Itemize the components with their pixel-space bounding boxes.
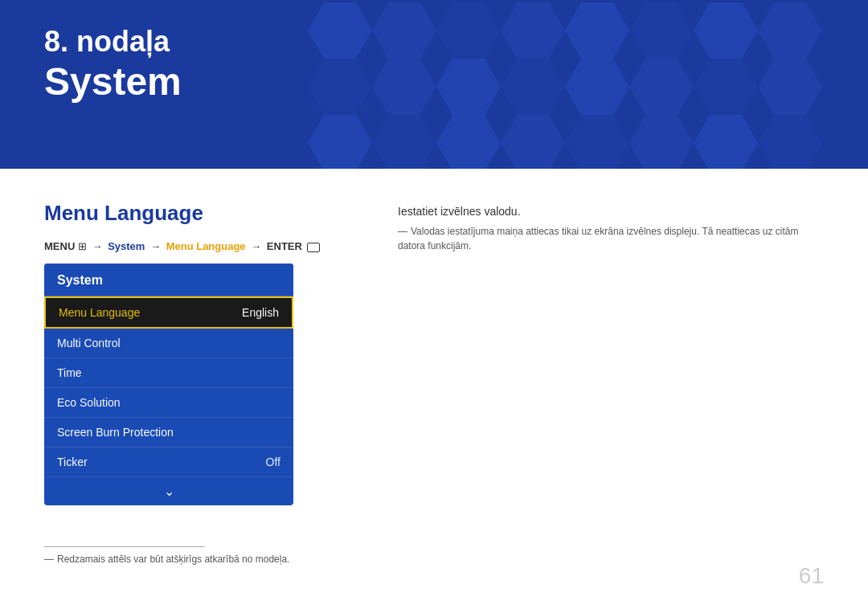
description-main: Iestatiet izvēlnes valodu. bbox=[398, 205, 824, 218]
footer-note: Redzamais attēls var būt atšķirīgs atkar… bbox=[44, 546, 824, 565]
header-text: 8. nodaļa System bbox=[44, 24, 182, 105]
breadcrumb-menu-language: Menu Language bbox=[166, 240, 246, 252]
menu-item-multi-control-label: Multi Control bbox=[57, 337, 121, 349]
chevron-down: ⌄ bbox=[44, 477, 293, 505]
chapter-label: 8. nodaļa bbox=[44, 24, 182, 59]
menu-item-ticker-label: Ticker bbox=[57, 456, 88, 468]
menu-item-multi-control[interactable]: Multi Control bbox=[44, 329, 293, 358]
left-column: Menu Language MENU ⊞ → System → Menu Lan… bbox=[44, 201, 350, 505]
breadcrumb-menu-icon: ⊞ bbox=[78, 240, 87, 252]
header-pattern bbox=[305, 0, 868, 169]
menu-item-ticker[interactable]: Ticker Off bbox=[44, 447, 293, 477]
breadcrumb: MENU ⊞ → System → Menu Language → ENTER bbox=[44, 240, 350, 252]
content-area: Menu Language MENU ⊞ → System → Menu Lan… bbox=[0, 169, 868, 529]
footer-text: Redzamais attēls var būt atšķirīgs atkar… bbox=[44, 554, 824, 565]
description-note: Valodas iestatījuma maiņa attiecas tikai… bbox=[398, 224, 824, 253]
header-banner: 8. nodaļa System bbox=[0, 0, 868, 169]
system-menu: System Menu Language English Multi Contr… bbox=[44, 264, 293, 505]
system-menu-title: System bbox=[44, 264, 293, 296]
menu-item-ticker-value: Off bbox=[266, 456, 280, 468]
footer-divider bbox=[44, 546, 205, 547]
system-title: System bbox=[44, 59, 182, 105]
menu-item-language-label: Menu Language bbox=[59, 306, 140, 319]
menu-item-time-label: Time bbox=[57, 366, 82, 379]
menu-item-time[interactable]: Time bbox=[44, 358, 293, 388]
menu-item-eco-label: Eco Solution bbox=[57, 396, 121, 409]
section-title: Menu Language bbox=[44, 201, 350, 226]
menu-item-language[interactable]: Menu Language English bbox=[44, 296, 293, 329]
right-column: Iestatiet izvēlnes valodu. Valodas iesta… bbox=[398, 201, 824, 505]
enter-icon bbox=[307, 243, 320, 252]
breadcrumb-menu: MENU bbox=[44, 240, 78, 252]
menu-item-eco[interactable]: Eco Solution bbox=[44, 388, 293, 418]
page-number: 61 bbox=[799, 563, 824, 589]
menu-item-screen-burn-label: Screen Burn Protection bbox=[57, 426, 174, 439]
breadcrumb-system: System bbox=[108, 240, 145, 252]
breadcrumb-enter: ENTER bbox=[267, 240, 305, 252]
menu-item-language-value: English bbox=[242, 306, 279, 319]
menu-item-screen-burn[interactable]: Screen Burn Protection bbox=[44, 418, 293, 447]
